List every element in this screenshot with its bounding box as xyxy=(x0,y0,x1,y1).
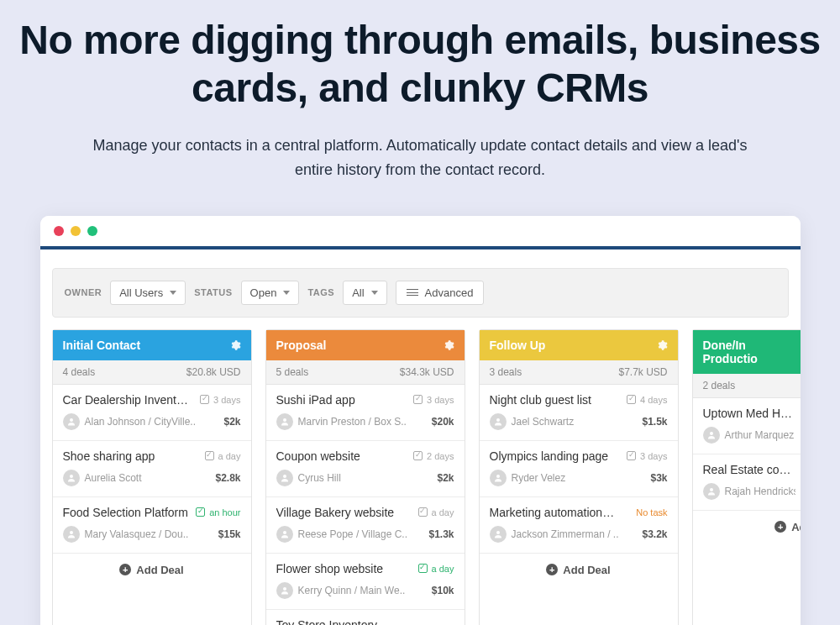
avatar-icon xyxy=(276,526,293,543)
check-icon xyxy=(205,451,214,460)
deal-person: Jackson Zimmerman / .. xyxy=(490,526,619,543)
deal-status-time: a day xyxy=(432,564,454,574)
deal-person-name: Arthur Marquez xyxy=(725,429,795,441)
column-header[interactable]: Proposal xyxy=(266,330,465,360)
kanban-column: Initial Contact4 deals$20.8k USDCar Deal… xyxy=(52,329,252,625)
deal-person-name: Marvin Preston / Box S.. xyxy=(298,416,407,428)
deal-amount: $15k xyxy=(218,528,241,540)
avatar-icon xyxy=(490,526,507,543)
column-summary: 3 deals$7.7k USD xyxy=(480,360,678,385)
deal-person-name: Cyrus Hill xyxy=(298,472,341,484)
avatar-icon xyxy=(490,413,507,430)
deal-person: Alan Johnson / CityVille.. xyxy=(63,413,197,430)
column-header[interactable]: Follow Up xyxy=(480,330,678,360)
add-deal-button[interactable]: +Add Deal xyxy=(53,554,251,586)
deal-card[interactable]: Car Dealership Inventory3 daysAlan Johns… xyxy=(53,385,251,441)
column-title: Done/In Productio xyxy=(703,339,800,365)
deal-title: Toy Store Inventory xyxy=(276,618,378,625)
deal-person: Mary Valasquez / Dou.. xyxy=(63,526,189,543)
deal-person-name: Jael Schwartz xyxy=(512,416,575,428)
hero-subtext: Manage your contacts in a central platfo… xyxy=(76,134,764,182)
deal-card[interactable]: Sushi iPad app3 daysMarvin Preston / Box… xyxy=(266,385,465,441)
deal-card[interactable]: Olympics landing page3 daysRyder Velez$3… xyxy=(480,441,678,497)
deal-person-name: Mary Valasquez / Dou.. xyxy=(85,528,189,540)
tags-select[interactable]: All xyxy=(343,281,386,305)
avatar-icon xyxy=(703,483,720,500)
deal-card[interactable]: Toy Store Inventory xyxy=(266,610,465,625)
status-label: STATUS xyxy=(194,287,232,297)
check-icon xyxy=(627,395,636,404)
deal-card[interactable]: Night club guest list4 daysJael Schwartz… xyxy=(480,385,678,441)
deal-amount: $3k xyxy=(650,472,667,484)
deal-person-name: Jackson Zimmerman / .. xyxy=(512,528,619,540)
column-total: $34.3k USD xyxy=(400,366,454,378)
deal-amount: $1.3k xyxy=(428,528,454,540)
chevron-down-icon xyxy=(371,291,378,295)
kanban-column: Follow Up3 deals$7.7k USDNight club gues… xyxy=(479,329,679,625)
check-icon xyxy=(413,395,423,404)
deal-status-time: a day xyxy=(432,507,454,517)
avatar-icon xyxy=(63,470,80,486)
column-total: $20.8k USD xyxy=(186,366,241,378)
deal-status: a day xyxy=(418,564,454,574)
deal-person: Arthur Marquez xyxy=(703,427,795,444)
deal-card[interactable]: Real Estate compaRajah Hendricks xyxy=(693,454,801,511)
deal-status: No task xyxy=(636,507,667,517)
check-icon xyxy=(196,507,205,517)
deal-person-name: Alan Johnson / CityVille.. xyxy=(85,416,197,428)
deal-card[interactable]: Marketing automation demoNo taskJackson … xyxy=(480,497,678,554)
advanced-filter-label: Advanced xyxy=(425,286,474,299)
check-icon xyxy=(413,451,423,460)
deal-title: Flower shop website xyxy=(276,562,384,575)
kanban-column: Done/In Productio2 dealsUptown Med HealA… xyxy=(692,329,801,625)
owner-label: OWNER xyxy=(65,287,102,297)
column-summary: 2 deals xyxy=(693,374,801,398)
avatar-icon xyxy=(490,470,507,486)
sliders-icon xyxy=(407,287,418,297)
deal-card[interactable]: Village Bakery websitea dayReese Pope / … xyxy=(266,497,465,554)
window-minimize-icon[interactable] xyxy=(71,226,81,236)
deal-card[interactable]: Coupon website2 daysCyrus Hill$2k xyxy=(266,441,465,497)
column-header[interactable]: Done/In Productio xyxy=(693,330,801,374)
deal-title: Car Dealership Inventory xyxy=(63,393,189,407)
owner-select-value: All Users xyxy=(119,286,163,299)
column-summary: 5 deals$34.3k USD xyxy=(266,360,465,385)
window-titlebar xyxy=(40,216,801,246)
deal-person-name: Reese Pope / Village C.. xyxy=(298,528,408,540)
add-deal-button[interactable]: +Add Deal xyxy=(480,554,678,586)
status-select[interactable]: Open xyxy=(241,281,300,305)
gear-icon[interactable] xyxy=(656,339,668,351)
add-deal-button[interactable]: +Ad xyxy=(693,511,801,544)
chevron-down-icon xyxy=(170,291,176,295)
advanced-filter-button[interactable]: Advanced xyxy=(396,281,485,305)
deal-amount: $1.5k xyxy=(642,416,667,428)
deal-person: Kerry Quinn / Main We.. xyxy=(276,582,406,599)
deal-status-time: 4 days xyxy=(640,395,667,405)
deal-person-name: Rajah Hendricks xyxy=(725,486,795,497)
gear-icon[interactable] xyxy=(443,339,454,351)
gear-icon[interactable] xyxy=(229,339,241,351)
column-header[interactable]: Initial Contact xyxy=(53,330,251,360)
deal-amount: $20k xyxy=(432,416,454,428)
deal-person: Aurelia Scott xyxy=(63,470,142,486)
deal-status-time: No task xyxy=(636,507,667,517)
kanban-board: Initial Contact4 deals$20.8k USDCar Deal… xyxy=(40,329,801,625)
deal-title: Village Bakery website xyxy=(276,506,395,519)
add-deal-label: Add Deal xyxy=(563,564,610,576)
check-icon xyxy=(200,395,209,404)
owner-select[interactable]: All Users xyxy=(110,281,186,305)
plus-icon: + xyxy=(774,521,786,533)
window-maximize-icon[interactable] xyxy=(87,226,97,236)
tags-select-value: All xyxy=(352,286,364,299)
deal-card[interactable]: Shoe sharing appa dayAurelia Scott$2.8k xyxy=(53,441,251,497)
window-close-icon[interactable] xyxy=(54,226,64,236)
column-deal-count: 2 deals xyxy=(703,380,736,391)
deal-card[interactable]: Uptown Med HealArthur Marquez xyxy=(693,398,801,454)
deal-title: Uptown Med Heal xyxy=(703,407,795,420)
deal-status: an hour xyxy=(196,507,240,517)
accent-bar xyxy=(40,246,801,249)
deal-card[interactable]: Food Selection Platforman hourMary Valas… xyxy=(53,497,251,554)
deal-card[interactable]: Flower shop websitea dayKerry Quinn / Ma… xyxy=(266,554,465,610)
deal-title: Real Estate compa xyxy=(703,463,795,476)
deal-person-name: Aurelia Scott xyxy=(85,472,142,484)
